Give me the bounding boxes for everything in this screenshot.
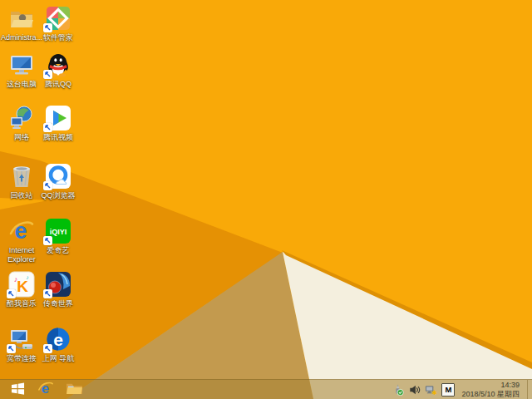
recycle-bin-icon xyxy=(8,163,35,190)
play-video-icon xyxy=(45,105,71,131)
shortcut-arrow-icon xyxy=(43,236,52,245)
shortcut-arrow-icon xyxy=(7,289,16,298)
desktop-icon-this-pc[interactable]: 这台电脑 xyxy=(3,52,40,89)
user-folder-icon xyxy=(8,5,35,32)
desktop-icon-qq[interactable]: 腾讯QQ xyxy=(40,52,76,89)
svg-text:K: K xyxy=(17,278,28,295)
taskbar-ie-button[interactable]: e xyxy=(33,380,58,399)
svg-text:✱: ✱ xyxy=(432,389,437,396)
shortcut-arrow-icon xyxy=(43,344,52,353)
shortcut-arrow-icon xyxy=(43,181,52,190)
svg-text:e: e xyxy=(53,330,63,349)
ie-icon: e xyxy=(37,380,54,399)
desktop-icon-kuwo-music[interactable]: K ♪ ♪ 酷我音乐 xyxy=(3,271,40,308)
browser-ring-cloud-icon xyxy=(45,163,71,190)
desktop-icon-label: 腾讯QQ xyxy=(37,80,80,89)
software-manager-icon xyxy=(45,5,71,32)
folder-icon xyxy=(66,382,83,398)
desktop-icon-qq-browser[interactable]: QQ浏览器 xyxy=(40,163,76,200)
shortcut-arrow-icon xyxy=(7,344,16,353)
ie-icon: e xyxy=(8,218,35,244)
iqiyi-icon: iQIYI xyxy=(45,218,71,244)
desktop: Administra... 软件管家 这台电脑 xyxy=(0,0,532,399)
game-orb-icon xyxy=(45,271,71,298)
taskbar-left: e xyxy=(5,380,90,399)
desktop-icon-broadband[interactable]: 宽带连接 xyxy=(3,326,40,363)
desktop-icon-label: 爱奇艺 xyxy=(37,246,80,255)
desktop-icon-legend-world-game[interactable]: 传奇世界 xyxy=(40,271,76,308)
wallpaper xyxy=(0,0,532,399)
qq-penguin-icon xyxy=(45,52,71,78)
ime-indicator[interactable]: M xyxy=(441,383,455,397)
taskbar: e xyxy=(0,379,532,399)
shortcut-arrow-icon xyxy=(43,123,52,132)
show-desktop-button[interactable] xyxy=(527,380,532,399)
desktop-icon-administrator[interactable]: Administra... xyxy=(3,5,40,42)
desktop-icon-tencent-video[interactable]: 腾讯视频 xyxy=(40,105,76,142)
start-button[interactable] xyxy=(5,380,30,399)
desktop-icon-recycle-bin[interactable]: 回收站 xyxy=(3,163,40,200)
clock-time: 14:39 xyxy=(461,381,520,390)
shortcut-arrow-icon xyxy=(43,23,52,32)
desktop-icon-label: 上网 导航 xyxy=(37,354,80,363)
music-box-icon: K ♪ ♪ xyxy=(8,271,35,298)
windows-logo-icon xyxy=(11,382,25,398)
svg-text:iQIYI: iQIYI xyxy=(50,228,67,236)
desktop-icon-label: 腾讯视频 xyxy=(37,133,80,142)
network-globe-icon xyxy=(8,105,35,131)
clock-date: 2018/5/10 星期四 xyxy=(461,390,520,399)
volume-icon[interactable] xyxy=(408,383,421,397)
svg-text:♪: ♪ xyxy=(26,274,29,280)
taskbar-explorer-button[interactable] xyxy=(62,380,86,399)
desktop-icon-label: QQ浏览器 xyxy=(37,191,80,200)
svg-text:♪: ♪ xyxy=(14,275,18,283)
desktop-icon-internet-explorer[interactable]: e Internet Explorer xyxy=(3,218,40,264)
desktop-icon-label: 软件管家 xyxy=(37,33,80,42)
system-tray: ✱ M 14:39 2018/5/10 星期四 xyxy=(392,380,532,399)
desktop-icon-label: 传奇世界 xyxy=(37,299,80,308)
web-nav-e-icon: e xyxy=(45,326,71,352)
broadband-connection-icon xyxy=(8,326,35,352)
shortcut-arrow-icon xyxy=(43,70,52,79)
desktop-icon-software-manager[interactable]: 软件管家 xyxy=(40,5,76,42)
desktop-icon-network[interactable]: 网络 xyxy=(3,105,40,142)
shortcut-arrow-icon xyxy=(43,289,52,298)
network-status-icon[interactable]: ✱ xyxy=(425,383,437,397)
taskbar-clock[interactable]: 14:39 2018/5/10 星期四 xyxy=(461,381,520,398)
usb-safely-remove-icon[interactable] xyxy=(392,383,404,397)
desktop-icon-web-navigation[interactable]: e 上网 导航 xyxy=(40,326,76,363)
computer-icon xyxy=(8,52,35,78)
desktop-icon-iqiyi[interactable]: iQIYI 爱奇艺 xyxy=(40,218,76,255)
